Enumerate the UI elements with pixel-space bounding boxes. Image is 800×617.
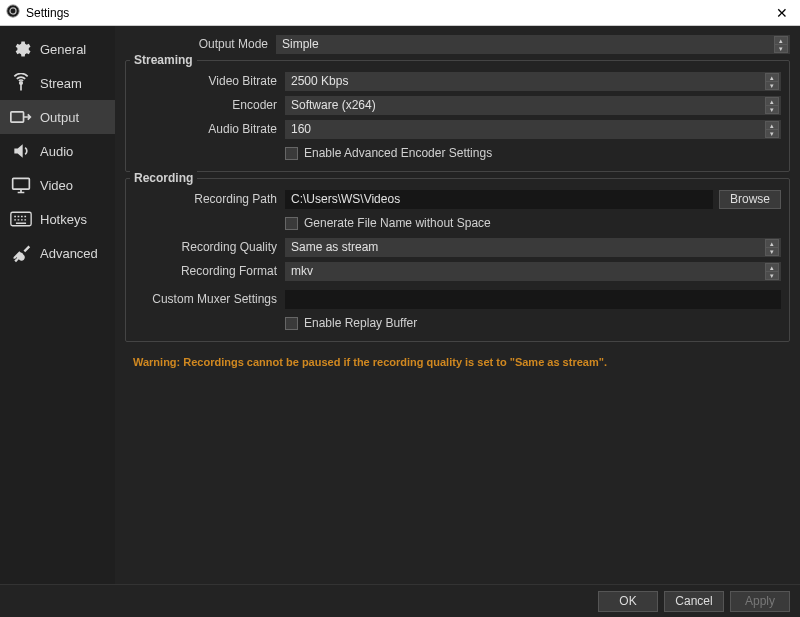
tools-icon [10,242,32,264]
output-icon [10,106,32,128]
sidebar-item-hotkeys[interactable]: Hotkeys [0,202,115,236]
replay-buffer-label: Enable Replay Buffer [304,316,417,330]
streaming-legend: Streaming [130,53,197,67]
antenna-icon [10,72,32,94]
recording-group: Recording Recording Path C:\Users\WS\Vid… [125,178,790,342]
sidebar-item-general[interactable]: General [0,32,115,66]
encoder-label: Encoder [134,98,279,112]
close-button[interactable]: ✕ [770,5,794,21]
svg-point-0 [7,5,19,17]
checkbox-icon [285,217,298,230]
svg-rect-4 [13,178,30,189]
streaming-group: Streaming Video Bitrate 2500 Kbps ▴▾ Enc… [125,60,790,172]
recording-format-value: mkv [291,264,313,278]
svg-rect-3 [11,112,24,122]
apply-button[interactable]: Apply [730,591,790,612]
recording-path-label: Recording Path [134,192,279,206]
output-mode-label: Output Mode [125,37,270,51]
spinner-icon: ▴▾ [765,239,779,256]
svg-point-2 [20,82,23,85]
advanced-encoder-checkbox[interactable]: Enable Advanced Encoder Settings [285,146,781,160]
sidebar-item-output[interactable]: Output [0,100,115,134]
sidebar-item-label: Output [40,110,79,125]
sidebar-item-label: Stream [40,76,82,91]
output-mode-select[interactable]: Simple ▴▾ [276,35,790,54]
obs-icon [6,4,26,21]
checkbox-icon [285,147,298,160]
spinner-icon: ▴▾ [765,263,779,280]
browse-button[interactable]: Browse [719,190,781,209]
encoder-value: Software (x264) [291,98,376,112]
sidebar-item-label: General [40,42,86,57]
spinner-icon: ▴▾ [774,36,788,53]
speaker-icon [10,140,32,162]
no-space-label: Generate File Name without Space [304,216,491,230]
sidebar: General Stream Output Audio Video [0,26,115,584]
sidebar-item-label: Advanced [40,246,98,261]
sidebar-item-stream[interactable]: Stream [0,66,115,100]
no-space-checkbox[interactable]: Generate File Name without Space [285,216,781,230]
audio-bitrate-value: 160 [291,122,311,136]
footer: OK Cancel Apply [0,584,800,617]
video-bitrate-label: Video Bitrate [134,74,279,88]
recording-quality-value: Same as stream [291,240,378,254]
ok-button[interactable]: OK [598,591,658,612]
spinner-icon: ▴▾ [765,121,779,138]
encoder-select[interactable]: Software (x264) ▴▾ [285,96,781,115]
recording-legend: Recording [130,171,197,185]
spinner-icon: ▴▾ [765,73,779,90]
audio-bitrate-label: Audio Bitrate [134,122,279,136]
sidebar-item-label: Hotkeys [40,212,87,227]
monitor-icon [10,174,32,196]
cancel-button[interactable]: Cancel [664,591,724,612]
spinner-icon: ▴▾ [765,97,779,114]
titlebar: Settings ✕ [0,0,800,26]
content: Output Mode Simple ▴▾ Streaming Video Bi… [115,26,800,584]
sidebar-item-advanced[interactable]: Advanced [0,236,115,270]
recording-format-select[interactable]: mkv ▴▾ [285,262,781,281]
sidebar-item-label: Video [40,178,73,193]
advanced-encoder-label: Enable Advanced Encoder Settings [304,146,492,160]
replay-buffer-checkbox[interactable]: Enable Replay Buffer [285,316,781,330]
sidebar-item-label: Audio [40,144,73,159]
warning-text: Warning: Recordings cannot be paused if … [125,356,790,368]
recording-path-value: C:\Users\WS\Videos [291,192,400,206]
gear-icon [10,38,32,60]
muxer-input[interactable] [285,290,781,309]
video-bitrate-value: 2500 Kbps [291,74,348,88]
recording-quality-select[interactable]: Same as stream ▴▾ [285,238,781,257]
checkbox-icon [285,317,298,330]
recording-format-label: Recording Format [134,264,279,278]
recording-path-input[interactable]: C:\Users\WS\Videos [285,190,713,209]
window-title: Settings [26,6,770,20]
recording-quality-label: Recording Quality [134,240,279,254]
audio-bitrate-select[interactable]: 160 ▴▾ [285,120,781,139]
output-mode-row: Output Mode Simple ▴▾ [125,34,790,54]
sidebar-item-video[interactable]: Video [0,168,115,202]
output-mode-value: Simple [282,37,319,51]
video-bitrate-input[interactable]: 2500 Kbps ▴▾ [285,72,781,91]
sidebar-item-audio[interactable]: Audio [0,134,115,168]
keyboard-icon [10,208,32,230]
muxer-label: Custom Muxer Settings [134,292,279,306]
